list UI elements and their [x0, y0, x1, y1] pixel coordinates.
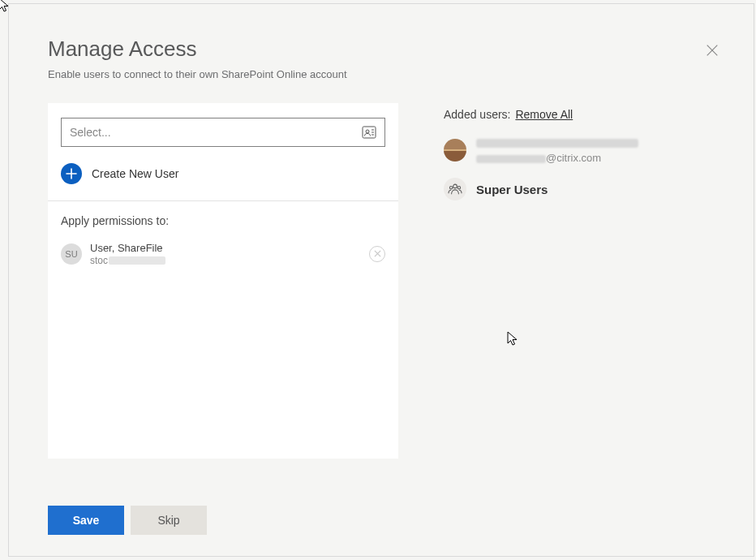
create-new-user-button[interactable]: Create New User: [61, 163, 385, 200]
svg-point-6: [449, 187, 452, 189]
permission-user-email: stoc: [90, 255, 361, 266]
close-button[interactable]: [703, 43, 721, 61]
added-users-label: Added users:: [444, 108, 511, 121]
dialog-footer: Save Skip: [48, 483, 715, 535]
svg-point-1: [366, 130, 369, 133]
group-icon: [444, 178, 466, 200]
added-user-email-domain: @citrix.com: [546, 152, 601, 164]
user-avatar-initials: SU: [61, 243, 82, 265]
svg-point-5: [453, 184, 457, 188]
save-button[interactable]: Save: [48, 506, 124, 535]
added-group-name: Super Users: [476, 183, 548, 196]
create-new-user-label: Create New User: [92, 167, 178, 180]
plus-icon: [61, 163, 82, 184]
divider: [48, 200, 398, 201]
svg-point-7: [457, 187, 460, 189]
permission-user-name: User, ShareFile: [90, 242, 361, 255]
added-user-row[interactable]: @citrix.com: [444, 136, 715, 165]
added-group-row[interactable]: Super Users: [444, 178, 715, 200]
added-users-header: Added users: Remove All: [444, 108, 715, 121]
select-users-card: Create New User Apply permissions to: SU…: [48, 103, 398, 459]
added-users-panel: Added users: Remove All @citrix.com: [444, 103, 715, 483]
permission-row: SU User, ShareFile stoc: [61, 242, 385, 266]
user-select-wrapper[interactable]: [61, 118, 385, 147]
address-book-icon[interactable]: [362, 126, 376, 139]
dialog-title: Manage Access: [48, 37, 715, 62]
skip-button[interactable]: Skip: [131, 506, 207, 535]
remove-permission-button[interactable]: [369, 246, 385, 262]
dialog-subtitle: Enable users to connect to their own Sha…: [48, 68, 715, 80]
manage-access-dialog: Manage Access Enable users to connect to…: [8, 3, 754, 557]
user-select-input[interactable]: [70, 126, 362, 139]
remove-all-link[interactable]: Remove All: [515, 108, 573, 121]
apply-permissions-label: Apply permissions to:: [61, 214, 385, 227]
user-avatar-image: [444, 139, 466, 162]
